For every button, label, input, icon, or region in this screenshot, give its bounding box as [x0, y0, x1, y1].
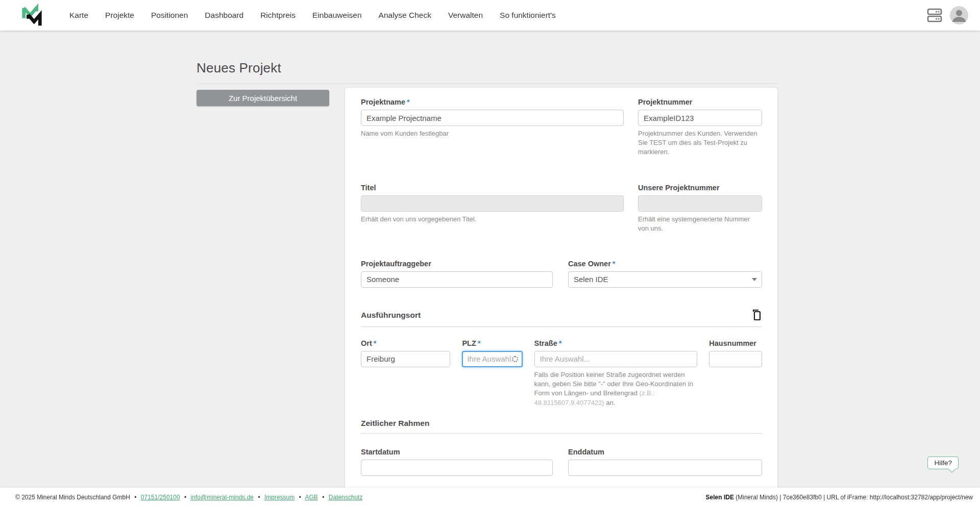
unsere-projektnummer-label: Unsere Projektnummer: [638, 184, 762, 192]
nav-item-richtpreis[interactable]: Richtpreis: [260, 11, 296, 20]
nav-item-analyse-check[interactable]: Analyse Check: [379, 11, 431, 20]
projektnummer-helper: Projektnummer des Kunden. Verwenden Sie …: [638, 129, 762, 157]
nav-item-dashboard[interactable]: Dashboard: [205, 11, 243, 20]
nav-item-so-funktionierts[interactable]: So funktioniert's: [500, 11, 556, 20]
project-form-card: Projektname* Name vom Kunden festlegbar …: [345, 88, 777, 490]
projektname-label: Projektname*: [361, 98, 624, 106]
footer-link-impressum[interactable]: Impressum: [264, 494, 295, 501]
titel-label: Titel: [361, 184, 624, 192]
help-button[interactable]: Hilfe?: [927, 457, 959, 469]
unsere-projektnummer-input: [638, 195, 762, 212]
footer-user-name: Selen IDE: [706, 494, 734, 501]
footer-link-email[interactable]: info@mineral-minds.de: [190, 494, 254, 501]
user-avatar[interactable]: [949, 6, 969, 25]
projektauftraggeber-label: Projektauftraggeber: [361, 260, 553, 268]
page-title: Neues Projekt: [197, 60, 777, 76]
nav-item-einbauweisen[interactable]: Einbauweisen: [312, 11, 362, 20]
strasse-input[interactable]: [534, 351, 698, 367]
logo-icon: [20, 4, 43, 27]
footer-copyright: © 2025 Mineral Minds Deutschland GmbH: [15, 494, 130, 501]
required-asterisk: *: [478, 339, 481, 347]
projektauftraggeber-input[interactable]: [361, 271, 553, 288]
footer-session-info: Selen IDE (Mineral Minds) | 7ce360e83fb0…: [706, 494, 973, 501]
topbar-right-controls: [927, 6, 969, 25]
zeitlicher-rahmen-section-title: Zeitlicher Rahmen: [361, 419, 429, 428]
back-to-project-overview-button[interactable]: Zur Projektübersicht: [197, 90, 329, 106]
main-scroll-area: Neues Projekt Zur Projektübersicht Proje…: [0, 31, 980, 507]
footer-separator: •: [322, 494, 324, 501]
enddatum-input[interactable]: [568, 460, 762, 476]
startdatum-input[interactable]: [361, 460, 553, 476]
projektname-helper: Name vom Kunden festlegbar: [361, 129, 624, 138]
footer-separator: •: [184, 494, 186, 501]
required-asterisk: *: [612, 260, 616, 268]
strasse-label-text: Straße: [534, 339, 557, 347]
projektnummer-label: Projektnummer: [638, 98, 762, 106]
footer-link-agb[interactable]: AGB: [305, 494, 318, 501]
plz-label-text: PLZ: [462, 339, 476, 347]
footer-separator: •: [258, 494, 260, 501]
left-action-column: Zur Projektübersicht: [197, 84, 345, 106]
nav-item-karte[interactable]: Karte: [69, 11, 88, 20]
footer-bar: © 2025 Mineral Minds Deutschland GmbH • …: [0, 488, 980, 507]
nav-item-verwalten[interactable]: Verwalten: [448, 11, 483, 20]
projektname-label-text: Projektname: [361, 98, 405, 106]
nav-item-projekte[interactable]: Projekte: [105, 11, 134, 20]
strasse-helper-main: Falls die Position keiner Straße zugeord…: [534, 371, 693, 397]
case-owner-selected-value[interactable]: [568, 271, 762, 288]
ausfuehrungsort-section-title: Ausführungsort: [361, 311, 421, 320]
top-navigation-bar: Karte Projekte Positionen Dashboard Rich…: [0, 0, 980, 31]
unsere-projektnummer-helper: Erhält eine systemgenerierte Nummer von …: [638, 215, 762, 233]
zeitlicher-rahmen-divider: [361, 433, 762, 434]
required-asterisk: *: [407, 98, 410, 106]
enddatum-label: Enddatum: [568, 448, 762, 456]
projektnummer-input[interactable]: [638, 110, 762, 126]
footer-link-phone[interactable]: 07151/250100: [141, 494, 180, 501]
titel-input: [361, 195, 624, 212]
hausnummer-label: Hausnummer: [709, 339, 762, 347]
footer-separator: •: [299, 494, 301, 501]
strasse-helper: Falls die Position keiner Straße zugeord…: [534, 370, 698, 408]
footer-session-details: (Mineral Minds) | 7ce360e83fb0 | URL of …: [734, 494, 973, 501]
strasse-helper-end: an.: [604, 399, 616, 407]
mineral-minds-logo[interactable]: [19, 3, 44, 28]
copy-location-icon[interactable]: [751, 309, 762, 321]
case-owner-label-text: Case Owner: [568, 260, 611, 268]
projektname-input[interactable]: [361, 110, 624, 126]
ort-label: Ort*: [361, 339, 450, 347]
required-asterisk: *: [374, 339, 377, 347]
nav-item-positionen[interactable]: Positionen: [151, 11, 188, 20]
ort-label-text: Ort: [361, 339, 372, 347]
plz-label: PLZ*: [462, 339, 522, 347]
case-owner-label: Case Owner*: [568, 260, 762, 268]
chevron-down-icon: [752, 278, 757, 281]
ort-input[interactable]: [361, 351, 450, 367]
footer-link-datenschutz[interactable]: Datenschutz: [329, 494, 363, 501]
startdatum-label: Startdatum: [361, 448, 553, 456]
strasse-label: Straße*: [534, 339, 698, 347]
main-nav: Karte Projekte Positionen Dashboard Rich…: [69, 11, 556, 20]
footer-left: © 2025 Mineral Minds Deutschland GmbH • …: [15, 494, 362, 501]
required-asterisk: *: [559, 339, 562, 347]
titel-helper: Erhält den von uns vorgegebenen Titel.: [361, 215, 624, 224]
server-status-icon[interactable]: [927, 7, 942, 24]
loading-spinner-icon: [512, 356, 518, 362]
footer-separator: •: [134, 494, 136, 501]
case-owner-select[interactable]: [568, 271, 762, 288]
hausnummer-input[interactable]: [709, 351, 762, 367]
ausfuehrungsort-divider: [361, 326, 762, 327]
